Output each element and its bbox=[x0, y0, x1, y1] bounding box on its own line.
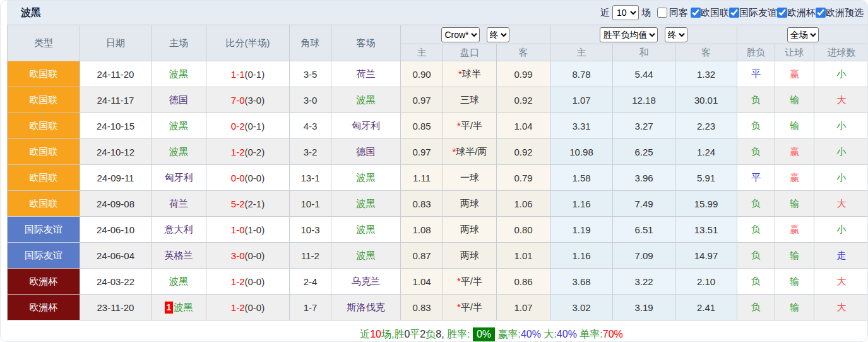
league-filter[interactable]: 国际友谊 bbox=[729, 7, 777, 19]
avg-home-value: 3.02 bbox=[550, 295, 613, 321]
handicap-result: 输 bbox=[775, 269, 814, 295]
handicap-text: 两球 bbox=[460, 224, 479, 235]
odds-away-value: 0.80 bbox=[497, 217, 550, 243]
summary-segment: 70% bbox=[603, 329, 623, 340]
handicap-result: 输 bbox=[775, 87, 814, 113]
away-team[interactable]: 波黑 bbox=[331, 191, 401, 217]
odds-time-select[interactable]: 终 bbox=[487, 27, 509, 42]
summary-segment: 0 bbox=[404, 329, 410, 340]
full-time-score: 1-2 bbox=[231, 302, 245, 313]
home-team[interactable]: 波黑 bbox=[152, 269, 206, 295]
home-team-name: 波黑 bbox=[169, 68, 188, 79]
summary-segment: 8, bbox=[436, 329, 447, 340]
wdl-result: 负 bbox=[737, 87, 775, 113]
away-team[interactable]: 波黑 bbox=[331, 87, 401, 113]
match-date: 24-06-10 bbox=[80, 217, 152, 243]
recent-label: 近 bbox=[600, 7, 610, 19]
odds-source-select[interactable]: Crow* bbox=[441, 27, 480, 42]
odds-home-value: 0.83 bbox=[401, 295, 443, 321]
league-filter-checkbox[interactable] bbox=[729, 8, 739, 18]
league-badge: 欧国联 bbox=[8, 165, 80, 191]
corners: 1-7 bbox=[290, 295, 331, 321]
avg-draw-value: 3.96 bbox=[613, 165, 675, 191]
odds-home-value: 0.83 bbox=[401, 191, 443, 217]
table-row: 国际友谊 24-06-10 意大利 1-0(1-0) 10-3 波黑 1.08 … bbox=[8, 217, 868, 243]
home-team[interactable]: 波黑 bbox=[152, 139, 206, 165]
away-team[interactable]: 波黑 bbox=[331, 217, 401, 243]
summary-segment: 0% bbox=[473, 327, 495, 341]
recent-count-select[interactable]: 10 bbox=[612, 5, 639, 20]
avg-home-value: 3.31 bbox=[550, 113, 613, 139]
table-row: 欧洲杯 24-03-22 波黑 1-2(0-0) 2-4 乌克兰 1.04 *平… bbox=[8, 269, 868, 295]
home-team-name: 波黑 bbox=[174, 302, 193, 312]
period-select[interactable]: 全场 bbox=[787, 27, 819, 42]
summary-segment: 赢率: bbox=[495, 328, 521, 341]
corners: 4-3 bbox=[290, 113, 331, 139]
avg-time-select[interactable]: 终 bbox=[665, 27, 687, 42]
col-header-odds-handicap: 盘口 bbox=[443, 44, 497, 61]
away-team[interactable]: 德国 bbox=[331, 139, 401, 165]
avg-draw-value: 7.09 bbox=[613, 243, 675, 269]
table-row: 欧国联 24-09-11 匈牙利 0-0(0-0) 13-1 波黑 1.11 一… bbox=[8, 165, 868, 191]
match-date: 24-11-20 bbox=[80, 61, 152, 87]
handicap-value: 三球 bbox=[443, 87, 497, 113]
col-header-corners: 角球 bbox=[290, 25, 331, 61]
summary-segment: 胜率: bbox=[447, 328, 473, 341]
same-venue-checkbox[interactable] bbox=[657, 8, 667, 18]
summary-segment: 2 bbox=[420, 329, 425, 340]
away-team[interactable]: 波黑 bbox=[331, 165, 401, 191]
home-team[interactable]: 匈牙利 bbox=[152, 165, 206, 191]
away-team[interactable]: 荷兰 bbox=[331, 61, 401, 87]
full-time-score: 1-0 bbox=[231, 224, 245, 235]
home-team-name: 波黑 bbox=[169, 146, 188, 157]
handicap-result: 输 bbox=[775, 191, 814, 217]
handicap-value: 两球 bbox=[443, 217, 497, 243]
same-venue-filter[interactable]: 同客 bbox=[657, 7, 688, 19]
avg-draw-value: 3.19 bbox=[613, 295, 675, 321]
home-team-name: 德国 bbox=[169, 94, 188, 105]
away-team[interactable]: 乌克兰 bbox=[331, 269, 401, 295]
wdl-result: 负 bbox=[737, 191, 775, 217]
league-filter-checkbox[interactable] bbox=[777, 8, 787, 18]
avg-type-select[interactable]: 胜平负均值 bbox=[600, 27, 658, 42]
home-team[interactable]: 意大利 bbox=[152, 217, 206, 243]
league-filter[interactable]: 欧国联 bbox=[691, 7, 729, 19]
odds-home-value: 1.08 bbox=[401, 217, 443, 243]
goals-result: 小 bbox=[814, 61, 868, 87]
summary-segment: 近 bbox=[360, 328, 370, 341]
home-team[interactable]: 荷兰 bbox=[152, 191, 206, 217]
league-filter[interactable]: 欧洲预选 bbox=[816, 7, 864, 19]
home-team[interactable]: 英格兰 bbox=[152, 243, 206, 269]
corners: 3-0 bbox=[290, 87, 331, 113]
away-team[interactable]: 匈牙利 bbox=[331, 113, 401, 139]
league-filter-checkbox[interactable] bbox=[691, 8, 701, 18]
home-team[interactable]: 德国 bbox=[152, 87, 206, 113]
handicap-text: 两球 bbox=[460, 250, 479, 260]
home-team[interactable]: 波黑 bbox=[152, 113, 206, 139]
away-team-name: 斯洛伐克 bbox=[347, 302, 385, 312]
full-time-score: 0-2 bbox=[231, 121, 245, 131]
summary-segment: 场,胜 bbox=[381, 328, 404, 341]
away-team[interactable]: 斯洛伐克 bbox=[331, 295, 401, 321]
home-team[interactable]: 1波黑 bbox=[152, 295, 206, 321]
home-team[interactable]: 波黑 bbox=[152, 61, 206, 87]
goals-result: 小 bbox=[814, 217, 868, 243]
odds-away-value: 0.92 bbox=[497, 87, 550, 113]
handicap-text: 一球 bbox=[460, 172, 479, 183]
odds-away-value: 0.86 bbox=[497, 269, 550, 295]
league-filter-checkbox[interactable] bbox=[816, 8, 826, 18]
odds-away-value: 1.07 bbox=[497, 295, 550, 321]
full-time-score: 1-2 bbox=[231, 147, 245, 157]
corners: 11-2 bbox=[290, 243, 331, 269]
away-team[interactable]: 波黑 bbox=[331, 243, 401, 269]
goals-result: 走 bbox=[814, 243, 868, 269]
league-filters: 欧国联 国际友谊 欧洲杯 欧洲预选 bbox=[691, 7, 864, 19]
league-filter[interactable]: 欧洲杯 bbox=[777, 7, 816, 19]
odds-home-value: 0.97 bbox=[401, 87, 443, 113]
handicap-value: 一球 bbox=[443, 165, 497, 191]
avg-home-value: 10.98 bbox=[550, 139, 613, 165]
full-time-score: 0-0 bbox=[231, 173, 245, 183]
avg-draw-value: 3.27 bbox=[613, 113, 675, 139]
handicap-text: 平/半 bbox=[461, 276, 482, 286]
avg-home-value: 3.68 bbox=[550, 269, 613, 295]
